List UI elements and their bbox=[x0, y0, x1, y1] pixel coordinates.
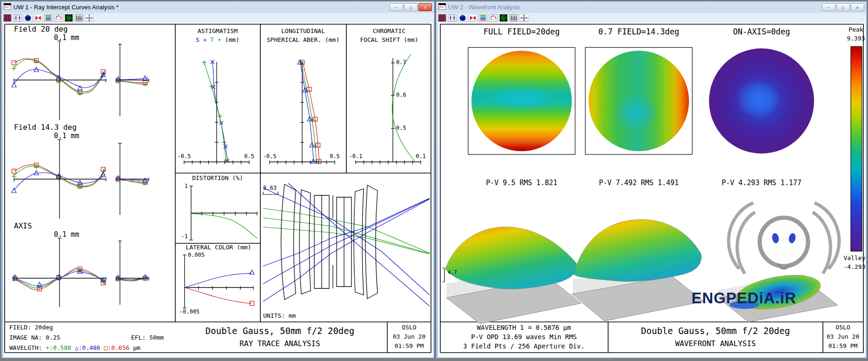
plot-canvas-uw1 bbox=[3, 23, 433, 357]
field-curves-icon[interactable] bbox=[478, 14, 488, 22]
window-uw2[interactable]: UW 2 - Wavefront Analysis — ▢ ✕ bbox=[436, 1, 867, 359]
ray-fan-icon[interactable] bbox=[33, 14, 43, 22]
lens-layout-icon[interactable] bbox=[13, 14, 22, 22]
maximize-button[interactable]: ▢ bbox=[404, 3, 417, 11]
close-button[interactable]: ✕ bbox=[418, 3, 432, 11]
pan-tool-icon[interactable] bbox=[519, 14, 529, 22]
window-uw1[interactable]: UW 1 - Ray Intercept Curves Analysis * —… bbox=[1, 1, 435, 359]
close-button[interactable]: ✕ bbox=[851, 3, 864, 11]
window-title: UW 1 - Ray Intercept Curves Analysis * bbox=[13, 4, 389, 11]
window-title: UW 2 - Wavefront Analysis bbox=[448, 4, 821, 11]
spot-diagram-icon[interactable] bbox=[437, 14, 447, 22]
wavefront-sphere-icon[interactable] bbox=[23, 14, 33, 22]
wavefront-sphere-icon[interactable] bbox=[458, 14, 467, 22]
window-plot-icon bbox=[4, 3, 11, 11]
report-bars-icon[interactable] bbox=[74, 14, 84, 22]
spot-field-icon[interactable] bbox=[489, 14, 498, 22]
ray-fan-icon[interactable] bbox=[468, 14, 477, 22]
desktop: UW 1 - Ray Intercept Curves Analysis * —… bbox=[0, 0, 868, 361]
spot-diagram-icon[interactable] bbox=[3, 14, 12, 22]
psf-rings-icon[interactable] bbox=[64, 14, 73, 22]
maximize-button[interactable]: ▢ bbox=[836, 3, 850, 11]
minimize-button[interactable]: — bbox=[390, 3, 403, 11]
lens-layout-icon[interactable] bbox=[448, 14, 457, 22]
window-plot-icon bbox=[438, 3, 446, 11]
pan-tool-icon[interactable] bbox=[85, 14, 94, 22]
minimize-button[interactable]: — bbox=[822, 3, 835, 11]
titlebar-uw1[interactable]: UW 1 - Ray Intercept Curves Analysis * —… bbox=[1, 1, 434, 13]
toolbar-uw2 bbox=[436, 13, 867, 23]
field-curves-icon[interactable] bbox=[44, 14, 53, 22]
plot-canvas-uw2 bbox=[438, 23, 866, 357]
report-bars-icon[interactable] bbox=[509, 14, 518, 22]
psf-rings-icon[interactable] bbox=[499, 14, 508, 22]
spot-field-icon[interactable] bbox=[54, 14, 63, 22]
toolbar-uw1 bbox=[1, 13, 434, 23]
titlebar-uw2[interactable]: UW 2 - Wavefront Analysis — ▢ ✕ bbox=[436, 1, 867, 13]
